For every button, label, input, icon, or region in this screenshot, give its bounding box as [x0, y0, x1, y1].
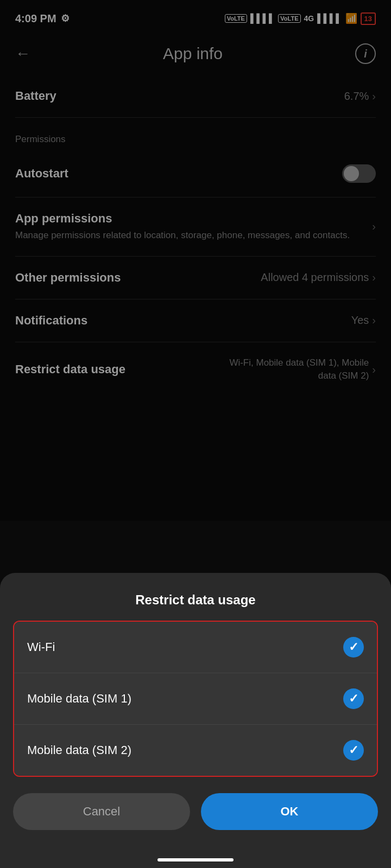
options-list: Wi-Fi Mobile data (SIM 1) Mobile data (S… — [13, 621, 378, 777]
bottom-sheet: Restrict data usage Wi-Fi Mobile data (S… — [0, 573, 391, 868]
modal-backdrop — [0, 0, 391, 521]
wifi-checkbox[interactable] — [343, 637, 364, 658]
option-sim1-label: Mobile data (SIM 1) — [27, 692, 131, 706]
ok-button[interactable]: OK — [201, 793, 378, 830]
sim1-checkbox[interactable] — [343, 688, 364, 709]
sheet-buttons: Cancel OK — [0, 788, 391, 841]
sheet-title: Restrict data usage — [0, 573, 391, 621]
sim2-checkbox[interactable] — [343, 740, 364, 761]
cancel-button[interactable]: Cancel — [13, 793, 190, 830]
option-wifi[interactable]: Wi-Fi — [14, 622, 377, 673]
option-sim2[interactable]: Mobile data (SIM 2) — [14, 725, 377, 776]
home-bar — [157, 858, 234, 861]
option-sim2-label: Mobile data (SIM 2) — [27, 743, 131, 757]
option-sim1[interactable]: Mobile data (SIM 1) — [14, 673, 377, 725]
option-wifi-label: Wi-Fi — [27, 640, 55, 654]
